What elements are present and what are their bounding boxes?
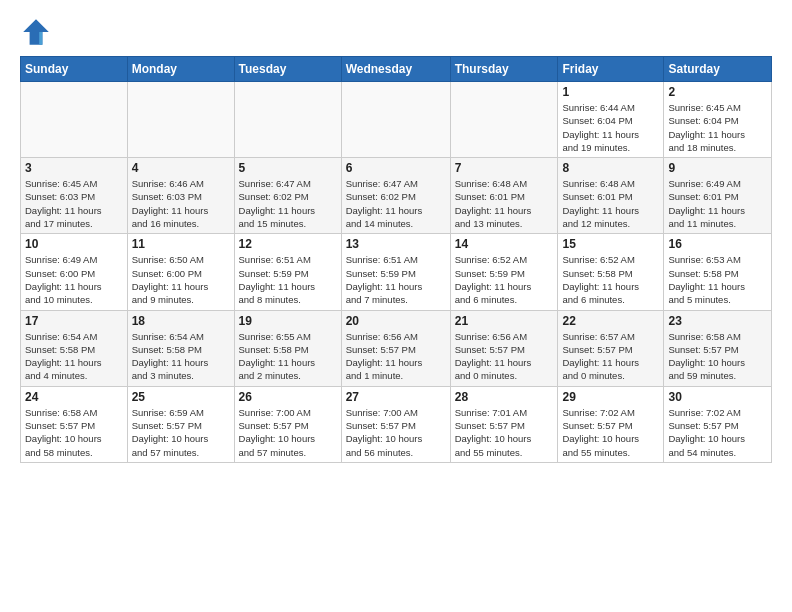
weekday-header-saturday: Saturday — [664, 57, 772, 82]
calendar-cell: 27Sunrise: 7:00 AMSunset: 5:57 PMDayligh… — [341, 386, 450, 462]
calendar-cell — [21, 82, 128, 158]
calendar-table: SundayMondayTuesdayWednesdayThursdayFrid… — [20, 56, 772, 463]
calendar-cell — [450, 82, 558, 158]
day-info: Sunrise: 7:00 AMSunset: 5:57 PMDaylight:… — [239, 406, 337, 459]
logo-icon — [20, 16, 52, 48]
calendar-cell: 23Sunrise: 6:58 AMSunset: 5:57 PMDayligh… — [664, 310, 772, 386]
day-info: Sunrise: 6:46 AMSunset: 6:03 PMDaylight:… — [132, 177, 230, 230]
day-info: Sunrise: 6:44 AMSunset: 6:04 PMDaylight:… — [562, 101, 659, 154]
day-number: 14 — [455, 237, 554, 251]
day-number: 4 — [132, 161, 230, 175]
calendar-cell: 3Sunrise: 6:45 AMSunset: 6:03 PMDaylight… — [21, 158, 128, 234]
page: SundayMondayTuesdayWednesdayThursdayFrid… — [0, 0, 792, 612]
day-info: Sunrise: 6:58 AMSunset: 5:57 PMDaylight:… — [25, 406, 123, 459]
day-number: 20 — [346, 314, 446, 328]
weekday-header-tuesday: Tuesday — [234, 57, 341, 82]
week-row-5: 24Sunrise: 6:58 AMSunset: 5:57 PMDayligh… — [21, 386, 772, 462]
calendar-cell: 5Sunrise: 6:47 AMSunset: 6:02 PMDaylight… — [234, 158, 341, 234]
day-number: 9 — [668, 161, 767, 175]
day-info: Sunrise: 6:47 AMSunset: 6:02 PMDaylight:… — [239, 177, 337, 230]
calendar-cell: 17Sunrise: 6:54 AMSunset: 5:58 PMDayligh… — [21, 310, 128, 386]
day-number: 12 — [239, 237, 337, 251]
day-info: Sunrise: 7:01 AMSunset: 5:57 PMDaylight:… — [455, 406, 554, 459]
weekday-header-friday: Friday — [558, 57, 664, 82]
day-number: 29 — [562, 390, 659, 404]
day-info: Sunrise: 6:53 AMSunset: 5:58 PMDaylight:… — [668, 253, 767, 306]
calendar-cell: 28Sunrise: 7:01 AMSunset: 5:57 PMDayligh… — [450, 386, 558, 462]
day-info: Sunrise: 6:52 AMSunset: 5:58 PMDaylight:… — [562, 253, 659, 306]
calendar-cell — [341, 82, 450, 158]
day-number: 27 — [346, 390, 446, 404]
weekday-header-thursday: Thursday — [450, 57, 558, 82]
day-number: 22 — [562, 314, 659, 328]
day-number: 30 — [668, 390, 767, 404]
day-number: 25 — [132, 390, 230, 404]
day-info: Sunrise: 6:45 AMSunset: 6:04 PMDaylight:… — [668, 101, 767, 154]
calendar-cell: 30Sunrise: 7:02 AMSunset: 5:57 PMDayligh… — [664, 386, 772, 462]
logo — [20, 16, 54, 48]
calendar-cell: 4Sunrise: 6:46 AMSunset: 6:03 PMDaylight… — [127, 158, 234, 234]
calendar-cell: 29Sunrise: 7:02 AMSunset: 5:57 PMDayligh… — [558, 386, 664, 462]
day-info: Sunrise: 7:00 AMSunset: 5:57 PMDaylight:… — [346, 406, 446, 459]
day-number: 1 — [562, 85, 659, 99]
calendar-cell: 22Sunrise: 6:57 AMSunset: 5:57 PMDayligh… — [558, 310, 664, 386]
weekday-header-monday: Monday — [127, 57, 234, 82]
day-info: Sunrise: 7:02 AMSunset: 5:57 PMDaylight:… — [668, 406, 767, 459]
day-info: Sunrise: 6:49 AMSunset: 6:01 PMDaylight:… — [668, 177, 767, 230]
day-info: Sunrise: 6:56 AMSunset: 5:57 PMDaylight:… — [455, 330, 554, 383]
week-row-3: 10Sunrise: 6:49 AMSunset: 6:00 PMDayligh… — [21, 234, 772, 310]
day-info: Sunrise: 6:54 AMSunset: 5:58 PMDaylight:… — [25, 330, 123, 383]
day-info: Sunrise: 6:50 AMSunset: 6:00 PMDaylight:… — [132, 253, 230, 306]
week-row-1: 1Sunrise: 6:44 AMSunset: 6:04 PMDaylight… — [21, 82, 772, 158]
calendar-cell: 10Sunrise: 6:49 AMSunset: 6:00 PMDayligh… — [21, 234, 128, 310]
day-number: 24 — [25, 390, 123, 404]
day-number: 28 — [455, 390, 554, 404]
calendar-cell: 21Sunrise: 6:56 AMSunset: 5:57 PMDayligh… — [450, 310, 558, 386]
day-info: Sunrise: 6:51 AMSunset: 5:59 PMDaylight:… — [346, 253, 446, 306]
day-number: 6 — [346, 161, 446, 175]
calendar-cell: 24Sunrise: 6:58 AMSunset: 5:57 PMDayligh… — [21, 386, 128, 462]
day-info: Sunrise: 6:59 AMSunset: 5:57 PMDaylight:… — [132, 406, 230, 459]
day-number: 16 — [668, 237, 767, 251]
day-info: Sunrise: 6:51 AMSunset: 5:59 PMDaylight:… — [239, 253, 337, 306]
calendar-cell: 19Sunrise: 6:55 AMSunset: 5:58 PMDayligh… — [234, 310, 341, 386]
weekday-header-wednesday: Wednesday — [341, 57, 450, 82]
day-info: Sunrise: 6:56 AMSunset: 5:57 PMDaylight:… — [346, 330, 446, 383]
calendar-cell — [234, 82, 341, 158]
weekday-header-row: SundayMondayTuesdayWednesdayThursdayFrid… — [21, 57, 772, 82]
calendar-cell: 25Sunrise: 6:59 AMSunset: 5:57 PMDayligh… — [127, 386, 234, 462]
day-number: 23 — [668, 314, 767, 328]
day-number: 15 — [562, 237, 659, 251]
svg-marker-0 — [23, 19, 49, 45]
calendar-cell: 14Sunrise: 6:52 AMSunset: 5:59 PMDayligh… — [450, 234, 558, 310]
calendar-cell: 16Sunrise: 6:53 AMSunset: 5:58 PMDayligh… — [664, 234, 772, 310]
day-info: Sunrise: 6:47 AMSunset: 6:02 PMDaylight:… — [346, 177, 446, 230]
day-number: 19 — [239, 314, 337, 328]
day-number: 21 — [455, 314, 554, 328]
day-info: Sunrise: 6:55 AMSunset: 5:58 PMDaylight:… — [239, 330, 337, 383]
day-number: 11 — [132, 237, 230, 251]
day-info: Sunrise: 6:52 AMSunset: 5:59 PMDaylight:… — [455, 253, 554, 306]
calendar-cell — [127, 82, 234, 158]
week-row-2: 3Sunrise: 6:45 AMSunset: 6:03 PMDaylight… — [21, 158, 772, 234]
day-number: 17 — [25, 314, 123, 328]
calendar-cell: 11Sunrise: 6:50 AMSunset: 6:00 PMDayligh… — [127, 234, 234, 310]
calendar-cell: 9Sunrise: 6:49 AMSunset: 6:01 PMDaylight… — [664, 158, 772, 234]
day-number: 7 — [455, 161, 554, 175]
day-number: 26 — [239, 390, 337, 404]
calendar-cell: 7Sunrise: 6:48 AMSunset: 6:01 PMDaylight… — [450, 158, 558, 234]
calendar-cell: 18Sunrise: 6:54 AMSunset: 5:58 PMDayligh… — [127, 310, 234, 386]
calendar-cell: 20Sunrise: 6:56 AMSunset: 5:57 PMDayligh… — [341, 310, 450, 386]
calendar-cell: 6Sunrise: 6:47 AMSunset: 6:02 PMDaylight… — [341, 158, 450, 234]
day-info: Sunrise: 6:45 AMSunset: 6:03 PMDaylight:… — [25, 177, 123, 230]
calendar-cell: 13Sunrise: 6:51 AMSunset: 5:59 PMDayligh… — [341, 234, 450, 310]
calendar-cell: 26Sunrise: 7:00 AMSunset: 5:57 PMDayligh… — [234, 386, 341, 462]
calendar-cell: 2Sunrise: 6:45 AMSunset: 6:04 PMDaylight… — [664, 82, 772, 158]
calendar-cell: 1Sunrise: 6:44 AMSunset: 6:04 PMDaylight… — [558, 82, 664, 158]
day-number: 10 — [25, 237, 123, 251]
weekday-header-sunday: Sunday — [21, 57, 128, 82]
day-info: Sunrise: 6:48 AMSunset: 6:01 PMDaylight:… — [455, 177, 554, 230]
day-number: 8 — [562, 161, 659, 175]
day-info: Sunrise: 6:54 AMSunset: 5:58 PMDaylight:… — [132, 330, 230, 383]
calendar-cell: 8Sunrise: 6:48 AMSunset: 6:01 PMDaylight… — [558, 158, 664, 234]
